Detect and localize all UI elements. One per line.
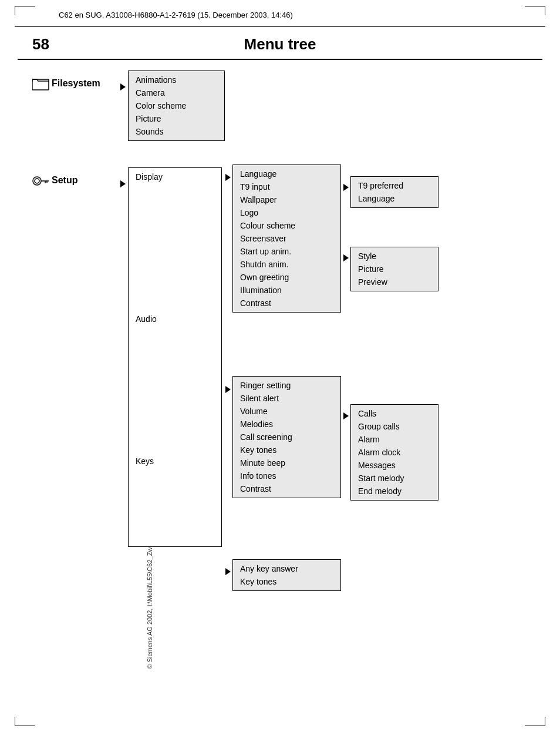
t9-arrow <box>343 183 349 193</box>
audio-item-melodies: Melodies <box>233 418 340 431</box>
melodies-item-groupcalls: Group calls <box>351 420 438 433</box>
keys-item-keytones: Key tones <box>233 575 340 588</box>
audio-items-box: Ringer setting Silent alert Volume Melod… <box>232 376 341 498</box>
melodies-item-calls: Calls <box>351 407 438 420</box>
display-item-logo: Logo <box>233 206 340 219</box>
screensaver-arrow <box>343 254 349 263</box>
melodies-item-endmelody: End melody <box>351 485 438 498</box>
t9-box: T9 preferred Language <box>350 176 438 208</box>
level2-keys: Keys <box>129 455 221 468</box>
display-item-startupanim: Start up anim. <box>233 245 340 258</box>
display-item-screensaver: Screensaver <box>233 232 340 245</box>
audio-item-minutebeep: Minute beep <box>233 456 340 469</box>
display-item-owngreeting: Own greeting <box>233 271 340 284</box>
display-items-box: Language T9 input Wallpaper Logo Colour … <box>232 164 341 313</box>
screensaver-item-preview: Preview <box>351 276 438 288</box>
screensaver-item-picture: Picture <box>351 263 438 276</box>
level2-display: Display <box>129 170 221 183</box>
keys-items-box: Any key answer Key tones <box>232 559 341 591</box>
melodies-arrow <box>343 412 349 421</box>
filesystem-item-picture: Picture <box>129 112 224 125</box>
display-item-contrast: Contrast <box>233 297 340 310</box>
svg-point-1 <box>33 177 41 185</box>
audio-item-ringersetting: Ringer setting <box>233 379 340 392</box>
melodies-item-alarm: Alarm <box>351 433 438 446</box>
melodies-item-messages: Messages <box>351 459 438 472</box>
setup-label: Setup <box>52 175 77 186</box>
display-item-t9input: T9 input <box>233 180 340 193</box>
filesystem-item-camera: Camera <box>129 86 224 99</box>
display-item-wallpaper: Wallpaper <box>233 193 340 206</box>
setup-icon <box>32 174 50 190</box>
audio-item-keytones: Key tones <box>233 444 340 456</box>
screensaver-box: Style Picture Preview <box>350 247 438 291</box>
svg-point-2 <box>35 179 39 183</box>
display-item-language: Language <box>233 167 340 180</box>
melodies-item-startmelody: Start melody <box>351 472 438 485</box>
page-title: Menu tree <box>0 35 560 53</box>
setup-level2-box: Display Audio Keys <box>128 167 222 547</box>
audio-item-contrast: Contrast <box>233 482 340 495</box>
melodies-item-alarmclock: Alarm clock <box>351 446 438 459</box>
display-item-colourscheme: Colour scheme <box>233 219 340 232</box>
filesystem-item-sounds: Sounds <box>129 125 224 138</box>
filesystem-icon <box>32 76 50 92</box>
filesystem-label: Filesystem <box>52 78 100 89</box>
keys-item-anykeyAnswer: Any key answer <box>233 562 340 575</box>
melodies-box: Calls Group calls Alarm Alarm clock Mess… <box>350 404 438 501</box>
display-item-shutdnanim: Shutdn anim. <box>233 258 340 271</box>
display-arrow <box>225 173 231 183</box>
filesystem-items-box: Animations Camera Color scheme Picture S… <box>128 70 225 141</box>
setup-arrow <box>120 180 126 189</box>
display-item-illumination: Illumination <box>233 284 340 297</box>
header-text: C62 en SUG, A31008-H6880-A1-2-7619 (15. … <box>59 11 293 19</box>
filesystem-item-colorscheme: Color scheme <box>129 99 224 112</box>
audio-item-volume: Volume <box>233 405 340 418</box>
audio-item-callscreening: Call screening <box>233 431 340 444</box>
t9-item-preferred: T9 preferred <box>351 179 438 192</box>
keys-arrow <box>225 568 231 577</box>
screensaver-item-style: Style <box>351 250 438 263</box>
filesystem-arrow <box>120 83 126 92</box>
audio-item-silentalert: Silent alert <box>233 392 340 405</box>
level2-audio: Audio <box>129 313 221 325</box>
filesystem-item-animations: Animations <box>129 73 224 86</box>
audio-arrow <box>225 385 231 395</box>
audio-item-infotones: Info tones <box>233 469 340 482</box>
t9-item-language: Language <box>351 192 438 205</box>
